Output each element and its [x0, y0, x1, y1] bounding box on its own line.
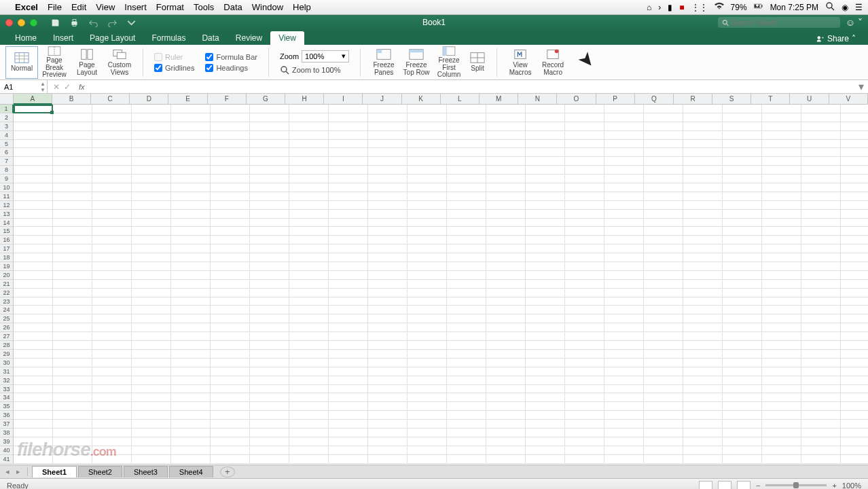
cell[interactable]	[14, 280, 53, 289]
cell[interactable]	[329, 306, 368, 314]
cell[interactable]	[53, 376, 92, 385]
cell[interactable]	[565, 271, 604, 280]
cell[interactable]	[132, 420, 171, 429]
column-header[interactable]: F	[208, 94, 247, 105]
cell[interactable]	[801, 175, 841, 183]
cell[interactable]	[447, 122, 486, 131]
cell[interactable]	[801, 113, 841, 122]
zoom-to-100-button[interactable]: Zoom to 100%	[280, 65, 349, 75]
cell[interactable]	[211, 297, 250, 306]
cell[interactable]	[762, 244, 801, 253]
cell[interactable]	[368, 148, 408, 157]
cell[interactable]	[683, 437, 723, 446]
cell[interactable]	[723, 148, 762, 157]
cell[interactable]	[14, 271, 53, 280]
cell[interactable]	[211, 140, 250, 149]
cell[interactable]	[683, 420, 723, 429]
cell[interactable]	[171, 350, 211, 359]
cell[interactable]	[801, 411, 841, 420]
cell[interactable]	[565, 122, 604, 131]
cell[interactable]	[565, 157, 604, 166]
cell[interactable]	[644, 210, 683, 219]
cell[interactable]	[368, 411, 408, 420]
cell[interactable]	[762, 289, 801, 297]
cell[interactable]	[408, 244, 447, 253]
cell[interactable]	[250, 227, 289, 236]
cell[interactable]	[132, 192, 171, 201]
cell[interactable]	[762, 183, 801, 192]
cell[interactable]	[723, 227, 762, 236]
cell[interactable]	[762, 446, 801, 455]
cell[interactable]	[526, 175, 565, 183]
cell[interactable]	[683, 157, 723, 166]
cell[interactable]	[211, 113, 250, 122]
cell[interactable]	[447, 376, 486, 385]
cell[interactable]	[841, 402, 868, 411]
column-header[interactable]: U	[790, 94, 829, 105]
cell[interactable]	[447, 429, 486, 437]
column-header[interactable]: J	[363, 94, 401, 105]
cell[interactable]	[841, 420, 868, 429]
cell[interactable]	[329, 359, 368, 367]
cell[interactable]	[132, 227, 171, 236]
cell[interactable]	[368, 113, 408, 122]
cell[interactable]	[723, 376, 762, 385]
cell[interactable]	[762, 271, 801, 280]
cell[interactable]	[250, 367, 289, 376]
cell[interactable]	[683, 227, 723, 236]
cell[interactable]	[723, 244, 762, 253]
cell[interactable]	[565, 341, 604, 350]
cell[interactable]	[604, 280, 644, 289]
cell[interactable]	[368, 253, 408, 262]
cell[interactable]	[486, 210, 526, 219]
cell[interactable]	[486, 367, 526, 376]
cell[interactable]	[368, 437, 408, 446]
cell[interactable]	[604, 227, 644, 236]
cell[interactable]	[644, 236, 683, 244]
cell[interactable]	[368, 227, 408, 236]
cell[interactable]	[171, 140, 211, 149]
cell[interactable]	[250, 157, 289, 166]
cell[interactable]	[289, 280, 329, 289]
cell[interactable]	[408, 393, 447, 402]
cell[interactable]	[801, 219, 841, 228]
cell[interactable]	[683, 385, 723, 394]
cell[interactable]	[604, 131, 644, 140]
cell[interactable]	[132, 289, 171, 297]
cell[interactable]	[368, 175, 408, 183]
cell[interactable]	[14, 105, 53, 113]
cell[interactable]	[92, 429, 132, 437]
cell[interactable]	[723, 323, 762, 332]
cell[interactable]	[841, 113, 868, 122]
undo-button[interactable]	[86, 17, 101, 28]
cell[interactable]	[486, 166, 526, 175]
cell[interactable]	[53, 367, 92, 376]
cell[interactable]	[368, 429, 408, 437]
cell[interactable]	[486, 236, 526, 244]
column-header[interactable]: O	[557, 94, 596, 105]
row-header[interactable]: 24	[0, 306, 14, 314]
cell[interactable]	[447, 192, 486, 201]
cell[interactable]	[762, 166, 801, 175]
cell[interactable]	[132, 201, 171, 210]
feedback-icon[interactable]: ☺ ˅	[846, 17, 863, 28]
cell[interactable]	[132, 122, 171, 131]
cell[interactable]	[250, 280, 289, 289]
cell[interactable]	[486, 227, 526, 236]
cell[interactable]	[565, 359, 604, 367]
cell[interactable]	[92, 341, 132, 350]
cell[interactable]	[92, 148, 132, 157]
cell[interactable]	[132, 376, 171, 385]
cell[interactable]	[14, 210, 53, 219]
cancel-formula-icon[interactable]: ✕	[53, 82, 60, 92]
cell[interactable]	[447, 210, 486, 219]
cell[interactable]	[526, 446, 565, 455]
cell[interactable]	[171, 271, 211, 280]
cell[interactable]	[14, 376, 53, 385]
cell[interactable]	[408, 183, 447, 192]
cell[interactable]	[644, 219, 683, 228]
cell[interactable]	[92, 262, 132, 271]
cell[interactable]	[92, 210, 132, 219]
cell[interactable]	[683, 192, 723, 201]
cell[interactable]	[92, 323, 132, 332]
